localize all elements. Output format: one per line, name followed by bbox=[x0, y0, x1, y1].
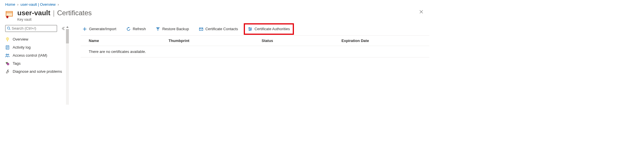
generate-import-button[interactable]: Generate/Import bbox=[81, 26, 118, 32]
main-content: Generate/Import Refresh Restore Backup C… bbox=[70, 24, 429, 105]
chevron-right-icon: › bbox=[57, 2, 60, 7]
section-name: Certificates bbox=[57, 9, 92, 17]
tool-label: Generate/Import bbox=[89, 27, 116, 31]
sidebar: Overview Activity log Access control (IA… bbox=[0, 24, 65, 105]
chevron-right-icon: › bbox=[16, 2, 19, 7]
upload-icon bbox=[156, 27, 160, 31]
search-input[interactable] bbox=[12, 26, 55, 30]
search-box[interactable] bbox=[5, 25, 57, 32]
sidebar-item-diagnose[interactable]: Diagnose and solve problems bbox=[5, 68, 65, 76]
toolbar: Generate/Import Refresh Restore Backup C… bbox=[81, 24, 429, 35]
tool-label: Restore Backup bbox=[162, 27, 189, 31]
svg-rect-0 bbox=[6, 12, 13, 16]
certificate-authorities-button[interactable]: Certificate Authorities bbox=[246, 26, 292, 32]
mail-icon bbox=[199, 27, 203, 31]
key-icon bbox=[5, 37, 10, 42]
certificate-contacts-button[interactable]: Certificate Contacts bbox=[197, 26, 240, 32]
refresh-icon bbox=[126, 27, 131, 31]
scroll-thumb[interactable] bbox=[66, 29, 69, 43]
sliders-icon bbox=[248, 27, 252, 31]
tool-label: Certificate Authorities bbox=[254, 27, 290, 31]
close-button[interactable] bbox=[419, 9, 424, 14]
svg-point-13 bbox=[8, 54, 9, 55]
col-expiration: Expiration Date bbox=[341, 39, 421, 43]
plus-icon bbox=[82, 27, 87, 31]
nav-label: Overview bbox=[13, 37, 28, 41]
breadcrumb-current[interactable]: user-vault | Overview bbox=[20, 2, 56, 7]
svg-point-22 bbox=[251, 28, 252, 29]
refresh-button[interactable]: Refresh bbox=[124, 26, 148, 32]
sidebar-item-tags[interactable]: Tags bbox=[5, 60, 65, 68]
page-title: user-vault | Certificates bbox=[17, 9, 92, 17]
col-status: Status bbox=[262, 39, 341, 43]
search-icon bbox=[7, 26, 11, 30]
svg-point-3 bbox=[7, 27, 10, 29]
sidebar-item-overview[interactable]: Overview bbox=[5, 35, 65, 43]
scroll-up-icon bbox=[66, 26, 69, 28]
key-vault-icon bbox=[5, 10, 14, 19]
col-name: Name bbox=[89, 39, 169, 43]
resource-name: user-vault bbox=[17, 9, 50, 17]
sidebar-nav: Overview Activity log Access control (IA… bbox=[5, 35, 65, 76]
collapse-sidebar-button[interactable] bbox=[61, 26, 65, 30]
tags-icon bbox=[5, 61, 10, 66]
table-header-row: Name Thumbprint Status Expiration Date bbox=[81, 35, 429, 46]
sidebar-item-access-control[interactable]: Access control (IAM) bbox=[5, 51, 65, 60]
tool-label: Refresh bbox=[133, 27, 146, 31]
svg-point-24 bbox=[250, 30, 250, 30]
people-icon bbox=[5, 53, 10, 58]
sidebar-item-activity-log[interactable]: Activity log bbox=[5, 43, 65, 51]
nav-label: Activity log bbox=[13, 45, 31, 49]
log-icon bbox=[5, 45, 10, 50]
restore-backup-button[interactable]: Restore Backup bbox=[154, 26, 191, 32]
tool-label: Certificate Contacts bbox=[205, 27, 238, 31]
wrench-icon bbox=[5, 69, 10, 74]
certificates-table: Name Thumbprint Status Expiration Date T… bbox=[81, 35, 429, 58]
breadcrumb-home[interactable]: Home bbox=[5, 2, 15, 7]
nav-label: Access control (IAM) bbox=[13, 53, 47, 58]
svg-line-4 bbox=[10, 29, 10, 30]
svg-point-20 bbox=[249, 27, 250, 28]
sidebar-scrollbar[interactable] bbox=[65, 24, 70, 105]
resource-type: Key vault bbox=[17, 18, 92, 22]
page-header: user-vault | Certificates Key vault bbox=[0, 8, 429, 24]
svg-point-12 bbox=[6, 54, 7, 55]
nav-label: Diagnose and solve problems bbox=[13, 69, 62, 74]
nav-label: Tags bbox=[13, 61, 20, 66]
col-thumbprint: Thumbprint bbox=[169, 39, 262, 43]
table-empty-row: There are no certificates available. bbox=[81, 46, 429, 58]
svg-point-6 bbox=[7, 38, 8, 39]
scroll-track[interactable] bbox=[66, 29, 69, 105]
empty-message: There are no certificates available. bbox=[89, 49, 146, 54]
breadcrumb: Home › user-vault | Overview › bbox=[0, 0, 429, 8]
